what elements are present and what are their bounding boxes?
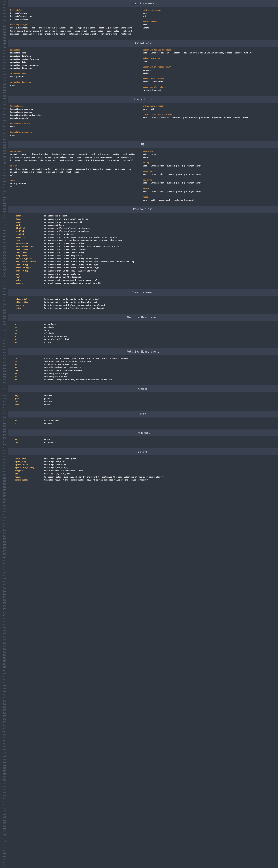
definition-value: the grid defined by 'layout-grid' <box>44 366 82 369</box>
definition-row: vhthe viewport's height <box>8 372 278 375</box>
definition-key: :disabled <box>15 227 25 229</box>
line-number: 444 <box>0 565 6 568</box>
definition-key: ::before <box>15 304 24 306</box>
definition-row: :nth-last-child(n)an element that is the… <box>8 245 278 248</box>
property-name: marker-offset <box>142 20 276 24</box>
line-number: 415 <box>0 476 6 479</box>
definition-value: red = rgb(255,0,0) <box>44 461 65 463</box>
definition-value: Computer value of the 'currentColor' key… <box>44 479 148 481</box>
line-number: 310 <box>0 156 6 159</box>
line-number: 312 <box>0 162 6 165</box>
line-number: 315 <box>0 171 6 174</box>
line-number: 298 <box>0 119 6 122</box>
definition-row: vmviewport's height or width, whichever … <box>8 378 278 381</box>
definition-value: Inserts some content after the content o… <box>44 307 104 309</box>
line-number: 324 <box>0 198 6 202</box>
line-number: 498 <box>0 730 6 733</box>
property-value: number <box>142 156 276 159</box>
line-number: 534 <box>0 840 6 843</box>
definition-key: :target <box>15 282 23 284</box>
section-header: Frequency <box>8 430 278 436</box>
line-number: 425 <box>0 507 6 510</box>
definition-value: an element that is the last sibling <box>44 251 84 254</box>
line-number: 364 <box>0 321 6 324</box>
line-number: 282 <box>0 70 6 73</box>
definition-value: an element that is the first sibling <box>44 248 85 251</box>
definition-row: :enabledan element while the element is … <box>8 230 278 233</box>
line-number: 537 <box>0 849 6 852</box>
property-value: animation-direction <box>10 67 138 70</box>
line-number: 361 <box>0 312 6 315</box>
property-value: inherit <box>142 69 276 72</box>
definition-key: in <box>15 329 17 332</box>
line-number: 431 <box>0 525 6 528</box>
definition-key: ms <box>15 420 17 422</box>
line-number: 356 <box>0 296 6 300</box>
line-number: 500 <box>0 736 6 739</box>
line-number: 269 <box>0 31 6 34</box>
definition-row: :last-childan element that is the last s… <box>8 251 278 254</box>
definition-key: :last-of-type <box>15 264 30 266</box>
line-number: 347 <box>0 269 6 272</box>
line-number: 359 <box>0 305 6 309</box>
definition-row: msmilli-seconds <box>8 419 278 422</box>
line-number: 411 <box>0 464 6 467</box>
line-number: 277 <box>0 55 6 58</box>
definition-key: rgba(x,y,z,alpha) <box>15 467 34 469</box>
definition-value: an element that has no children <box>44 273 80 275</box>
section-header: UI <box>8 141 278 148</box>
definition-row: :langallows the author to specify a lang… <box>8 239 278 242</box>
definition-value: pixels <box>44 341 51 344</box>
line-number: 320 <box>0 186 6 189</box>
line-number: 344 <box>0 259 6 262</box>
definition-key: :nth-child(n) <box>15 242 30 245</box>
line-number: 330 <box>0 217 6 220</box>
line-number: 540 <box>0 858 6 861</box>
line-number: 321 <box>0 189 6 192</box>
line-number: 259 <box>0 0 6 3</box>
line-number: 302 <box>0 131 6 134</box>
line-number: 409 <box>0 458 6 461</box>
line-number: 529 <box>0 825 6 828</box>
line-number: 316 <box>0 174 6 177</box>
line-number: 524 <box>0 809 6 812</box>
definition-key: :checked <box>15 233 24 236</box>
line-number: 260 <box>0 3 6 6</box>
line-number: 267 <box>0 25 6 28</box>
line-number: 514 <box>0 779 6 782</box>
property-name: animation-delay <box>142 57 276 60</box>
line-number: 539 <box>0 855 6 858</box>
property-value: list-style-type <box>10 12 138 15</box>
property-name: transitions <box>10 104 138 107</box>
line-number: 432 <box>0 528 6 532</box>
property-value: time <box>142 60 276 63</box>
line-number: 497 <box>0 727 6 730</box>
line-number: 404 <box>0 443 6 446</box>
line-number: 368 <box>0 333 6 336</box>
definition-row: :linkan unvisited link <box>8 224 278 227</box>
definition-row: ::beforeInserts some content before the … <box>8 304 278 307</box>
property-name: nav-down <box>142 179 276 182</box>
line-number: 466 <box>0 632 6 636</box>
property-name: list-style-image <box>142 9 276 12</box>
line-number: 461 <box>0 617 6 620</box>
line-number: 311 <box>0 159 6 162</box>
line-number: 280 <box>0 64 6 67</box>
line-number: 366 <box>0 327 6 330</box>
line-number: 408 <box>0 455 6 458</box>
definition-row: :first-childan element that is the first… <box>8 248 278 251</box>
definition-row: rgba(x,y,z,alpha)red = rgba(255,0,0,0) <box>8 466 278 469</box>
line-number: 363 <box>0 318 6 321</box>
line-number: 452 <box>0 590 6 593</box>
line-number: 541 <box>0 861 6 864</box>
property-name: icon <box>10 179 138 182</box>
property-value: url <box>142 15 276 18</box>
line-number: 292 <box>0 101 6 104</box>
property-name: transition-timing-function <box>142 113 276 116</box>
definition-row: ptpoint (1pt = 1/72 inch) <box>8 338 278 341</box>
line-number: 542 <box>0 864 6 867</box>
line-number: 288 <box>0 89 6 92</box>
line-number: 445 <box>0 568 6 571</box>
property-name: animation-direction <box>142 77 276 80</box>
property-name: nav-index <box>142 150 276 153</box>
